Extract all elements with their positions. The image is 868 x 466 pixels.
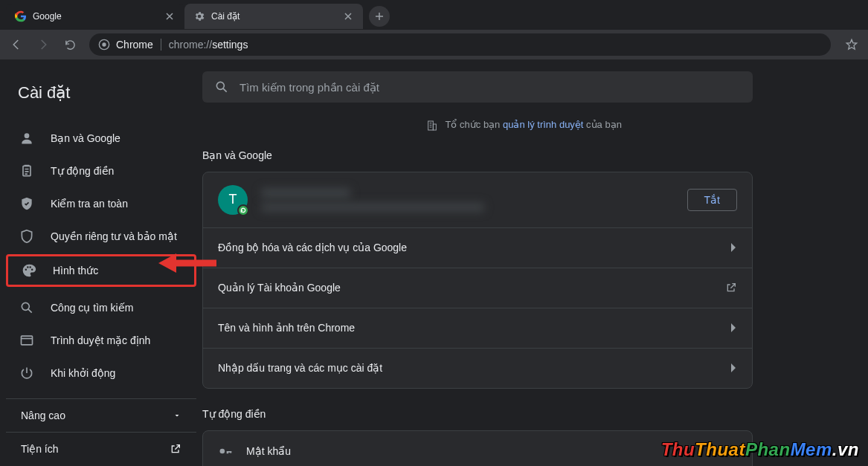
sidebar-label: Tự động điền [51,165,114,177]
sidebar-item-on-startup[interactable]: Khi khởi động [6,358,196,388]
omnibox-scheme: Chrome [116,39,153,51]
svg-point-1 [102,42,106,46]
svg-point-4 [22,302,29,310]
svg-rect-5 [22,336,33,345]
tab-strip: Google Cài đặt [0,0,868,30]
svg-rect-8 [433,124,436,130]
chevron-down-icon [173,411,181,420]
sidebar-advanced[interactable]: Nâng cao [6,398,196,432]
building-icon [426,120,438,132]
key-icon [218,444,233,459]
card-you-and-google: T Tắt Đồng bộ hóa và các dịch vụ của Goo… [202,172,753,389]
sidebar-item-you-and-google[interactable]: Bạn và Google [6,123,196,153]
settings-main: Tổ chức bạn quản lý trình duyệt của bạn … [202,59,868,466]
sidebar-item-privacy[interactable]: Quyền riêng tư và bảo mật [6,221,196,251]
sidebar-label: Bạn và Google [51,132,120,144]
sync-badge-icon [237,204,249,216]
search-icon [214,80,229,94]
svg-point-6 [216,82,224,89]
bookmark-star-icon[interactable] [844,37,859,52]
advanced-label: Nâng cao [21,410,65,421]
sidebar-label: Quyền riêng tư và bảo mật [51,230,177,242]
row-manage-google-account[interactable]: Quản lý Tài khoản Google [203,268,752,308]
sidebar-label: Hình thức [53,265,98,276]
row-import-bookmarks[interactable]: Nhập dấu trang và các mục cài đặt [203,348,752,388]
section-title-you-and-google: Bạn và Google [202,149,846,161]
new-tab-button[interactable] [369,6,390,27]
settings-search-input[interactable] [239,81,741,94]
settings-title: Cài đặt [6,74,196,120]
omnibox-path: settings [212,39,248,51]
clipboard-icon [19,164,34,178]
palette-icon [22,263,36,278]
search-icon [19,300,34,315]
omnibox[interactable]: Chrome chrome://settings [89,33,831,56]
sidebar-item-appearance[interactable]: Hình thức [6,254,196,287]
forward-button[interactable] [36,37,51,52]
person-icon [19,131,34,146]
sidebar-item-safety-check[interactable]: Kiểm tra an toàn [6,189,196,219]
profile-name-redacted [261,188,350,198]
row-chrome-name-image[interactable]: Tên và hình ảnh trên Chrome [203,308,752,348]
close-icon[interactable] [164,10,176,22]
tab-title: Google [33,11,158,22]
manage-browser-link[interactable]: quản lý trình duyệt [503,119,584,130]
omnibox-host: chrome:// [169,39,212,51]
open-external-icon [170,443,181,455]
sidebar-item-search-engine[interactable]: Công cụ tìm kiếm [6,293,196,323]
browser-icon [19,333,34,348]
tab-settings[interactable]: Cài đặt [184,4,363,29]
chrome-icon [98,39,110,51]
row-sync-services[interactable]: Đồng bộ hóa và các dịch vụ của Google [203,227,752,268]
extensions-label: Tiện ích [21,443,59,455]
turn-off-sync-button[interactable]: Tắt [687,189,737,211]
shield-icon [19,229,34,244]
profile-info [261,188,687,212]
section-title-autofill: Tự động điền [202,408,846,420]
sidebar-label: Kiểm tra an toàn [51,198,128,210]
shield-check-icon [19,196,34,211]
sidebar-label: Công cụ tìm kiếm [51,302,133,314]
tab-google[interactable]: Google [6,4,184,29]
chevron-right-icon [731,363,737,372]
row-passwords[interactable]: Mật khẩu [203,431,752,466]
svg-point-9 [220,448,225,453]
gear-icon [193,10,205,22]
open-external-icon [725,282,737,294]
browser-toolbar: Chrome chrome://settings [0,30,868,59]
google-favicon [15,10,27,22]
svg-point-2 [25,133,30,138]
settings-search[interactable] [202,71,753,103]
sidebar-label: Khi khởi động [51,367,115,379]
sidebar-label: Trình duyệt mặc định [51,334,150,346]
svg-rect-7 [428,121,434,130]
back-button[interactable] [9,37,24,52]
chevron-right-icon [731,323,737,332]
reload-button[interactable] [62,37,77,52]
sidebar-item-default-browser[interactable]: Trình duyệt mặc định [6,326,196,355]
avatar-initial: T [229,192,237,207]
avatar: T [218,185,248,215]
profile-email-redacted [261,203,484,212]
managed-by-org-banner: Tổ chức bạn quản lý trình duyệt của bạn [202,119,846,132]
power-icon [19,366,34,381]
settings-sidebar: Cài đặt Bạn và Google Tự động điền Kiểm … [0,59,202,466]
sidebar-extensions[interactable]: Tiện ích [6,432,196,465]
tab-title: Cài đặt [211,11,336,22]
close-icon[interactable] [342,10,354,22]
chevron-right-icon [731,243,737,252]
profile-row: T Tắt [203,172,752,227]
card-autofill: Mật khẩu [202,430,753,466]
sidebar-item-autofill[interactable]: Tự động điền [6,156,196,186]
